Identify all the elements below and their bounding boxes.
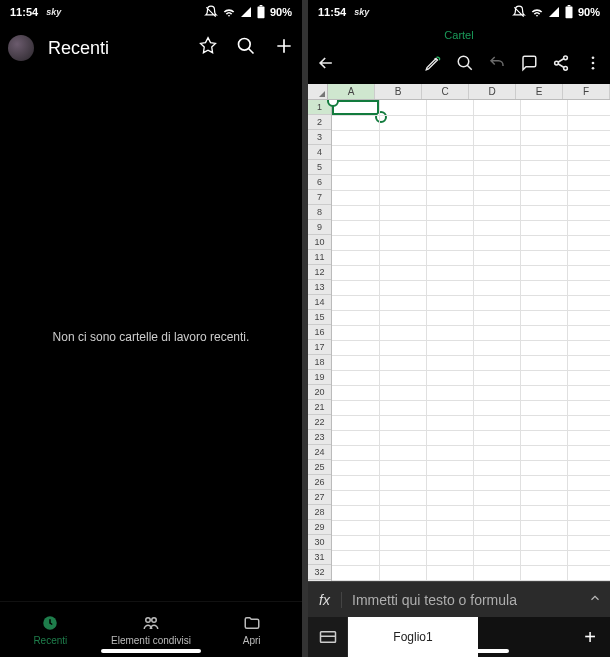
nav-open-label: Apri	[243, 635, 261, 646]
row-header[interactable]: 14	[308, 295, 331, 310]
svg-point-12	[592, 56, 595, 59]
spreadsheet-grid[interactable]: ABCDEF 123456789101112131415161718192021…	[308, 84, 610, 581]
row-header[interactable]: 4	[308, 145, 331, 160]
svg-point-8	[458, 56, 469, 67]
find-icon[interactable]	[456, 54, 474, 76]
selection-handle-bottom-right[interactable]	[375, 111, 387, 123]
row-header[interactable]: 17	[308, 340, 331, 355]
document-title[interactable]: Cartel	[308, 24, 610, 46]
avatar[interactable]	[8, 35, 34, 61]
row-header[interactable]: 26	[308, 475, 331, 490]
app-header: Recenti	[0, 24, 302, 72]
svg-rect-6	[565, 6, 572, 18]
svg-point-4	[146, 617, 151, 622]
selection-handle-top-left[interactable]	[327, 100, 339, 107]
row-header[interactable]: 11	[308, 250, 331, 265]
row-headers: 1234567891011121314151617181920212223242…	[308, 100, 332, 581]
status-bar: 11:54 sky 90%	[308, 0, 610, 24]
nav-recent-label: Recenti	[33, 635, 67, 646]
phone-spreadsheet-screen: 11:54 sky 90% Cartel ABCDEF 123456789101…	[308, 0, 610, 657]
dnd-icon	[512, 5, 526, 19]
page-title: Recenti	[48, 38, 184, 59]
row-header[interactable]: 15	[308, 310, 331, 325]
carrier-label: sky	[46, 7, 61, 17]
toolbar	[308, 46, 610, 84]
edit-pen-icon[interactable]	[424, 54, 442, 76]
phone-home-screen: 11:54 sky 90% Recenti Non ci sono cartel…	[0, 0, 302, 657]
empty-state: Non ci sono cartelle di lavoro recenti.	[0, 72, 302, 601]
svg-point-14	[592, 67, 595, 70]
nav-open[interactable]: Apri	[201, 602, 302, 657]
svg-point-13	[592, 62, 595, 65]
row-header[interactable]: 21	[308, 400, 331, 415]
row-header[interactable]: 2	[308, 115, 331, 130]
premium-icon[interactable]	[198, 36, 218, 60]
cell-selection[interactable]	[332, 100, 379, 115]
signal-icon	[240, 6, 252, 18]
row-header[interactable]: 6	[308, 175, 331, 190]
wifi-icon	[222, 5, 236, 19]
row-header[interactable]: 12	[308, 265, 331, 280]
back-icon[interactable]	[316, 53, 336, 77]
row-header[interactable]: 22	[308, 415, 331, 430]
svg-rect-7	[568, 5, 571, 6]
row-header[interactable]: 32	[308, 565, 331, 580]
card-view-icon[interactable]	[308, 617, 348, 657]
svg-point-5	[152, 617, 157, 622]
row-header[interactable]: 24	[308, 445, 331, 460]
row-header[interactable]: 19	[308, 370, 331, 385]
row-header[interactable]: 28	[308, 505, 331, 520]
battery-icon	[564, 5, 574, 19]
row-header[interactable]: 23	[308, 430, 331, 445]
formula-bar: fx Immetti qui testo o formula	[308, 581, 610, 617]
signal-icon	[548, 6, 560, 18]
row-header[interactable]: 10	[308, 235, 331, 250]
search-icon[interactable]	[236, 36, 256, 60]
row-header[interactable]: 29	[308, 520, 331, 535]
column-header[interactable]: B	[375, 84, 422, 99]
battery-percent: 90%	[578, 6, 600, 18]
add-sheet-button[interactable]: +	[570, 617, 610, 657]
column-headers: ABCDEF	[308, 84, 610, 100]
row-header[interactable]: 18	[308, 355, 331, 370]
column-header[interactable]: E	[516, 84, 563, 99]
row-header[interactable]: 5	[308, 160, 331, 175]
svg-rect-1	[260, 5, 263, 6]
nav-recent[interactable]: Recenti	[0, 602, 101, 657]
row-header[interactable]: 8	[308, 205, 331, 220]
formula-input[interactable]: Immetti qui testo o formula	[342, 592, 580, 608]
row-header[interactable]: 13	[308, 280, 331, 295]
column-header[interactable]: A	[328, 84, 375, 99]
column-header[interactable]: F	[563, 84, 610, 99]
clock: 11:54	[318, 6, 346, 18]
fx-label[interactable]: fx	[308, 592, 342, 608]
more-icon[interactable]	[584, 54, 602, 76]
battery-icon	[256, 5, 266, 19]
share-icon[interactable]	[552, 54, 570, 76]
row-header[interactable]: 30	[308, 535, 331, 550]
column-header[interactable]: C	[422, 84, 469, 99]
undo-icon[interactable]	[488, 54, 506, 76]
row-header[interactable]: 16	[308, 325, 331, 340]
empty-message: Non ci sono cartelle di lavoro recenti.	[53, 330, 250, 344]
battery-percent: 90%	[270, 6, 292, 18]
expand-formula-icon[interactable]	[580, 591, 610, 609]
row-header[interactable]: 9	[308, 220, 331, 235]
dnd-icon	[204, 5, 218, 19]
comment-icon[interactable]	[520, 54, 538, 76]
row-header[interactable]: 25	[308, 460, 331, 475]
svg-rect-0	[257, 6, 264, 18]
row-header[interactable]: 20	[308, 385, 331, 400]
row-header[interactable]: 3	[308, 130, 331, 145]
row-header[interactable]: 7	[308, 190, 331, 205]
cells-area[interactable]	[332, 100, 610, 581]
wifi-icon	[530, 5, 544, 19]
row-header[interactable]: 31	[308, 550, 331, 565]
select-all-corner[interactable]	[308, 84, 328, 99]
status-bar: 11:54 sky 90%	[0, 0, 302, 24]
add-icon[interactable]	[274, 36, 294, 60]
gesture-bar	[409, 649, 509, 653]
nav-shared-label: Elementi condivisi	[111, 635, 191, 646]
row-header[interactable]: 27	[308, 490, 331, 505]
column-header[interactable]: D	[469, 84, 516, 99]
